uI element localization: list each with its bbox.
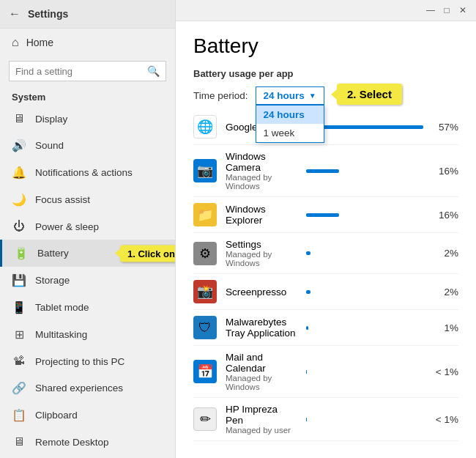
sidebar-title: Settings xyxy=(28,8,68,20)
sidebar-header: ← Settings xyxy=(0,0,175,29)
app-bar-wrap xyxy=(306,251,423,255)
app-sub: Managed by Windows xyxy=(226,250,297,267)
multitasking-icon: ⊞ xyxy=(12,328,26,341)
dropdown-trigger[interactable]: 24 hours ▼ xyxy=(256,86,324,105)
app-name: Windows Camera xyxy=(226,151,297,173)
sound-icon: 🔊 xyxy=(12,138,26,152)
dropdown-option-1week[interactable]: 1 week xyxy=(256,124,324,142)
page-title: Battery xyxy=(176,21,476,65)
app-row: 📸Screenpresso2% xyxy=(193,274,458,310)
power-icon: ⏻ xyxy=(12,220,26,233)
app-percentage: < 1% xyxy=(432,366,458,377)
focus-icon: 🌙 xyxy=(12,193,26,207)
back-button[interactable]: ← xyxy=(9,7,21,21)
app-row: 📁Windows Explorer16% xyxy=(193,197,458,233)
sidebar-item-label-shared: Shared experiences xyxy=(35,383,123,394)
app-percentage: 16% xyxy=(432,210,458,221)
app-percentage: < 1% xyxy=(432,414,458,425)
home-icon: ⌂ xyxy=(12,36,19,49)
app-icon-mail: 📅 xyxy=(193,360,217,383)
app-info: HP Impreza PenManaged by user xyxy=(226,404,297,435)
sidebar-item-battery[interactable]: 🔋Battery1. Click on xyxy=(0,240,175,267)
sidebar-item-label-display: Display xyxy=(35,114,67,125)
projecting-icon: 📽 xyxy=(12,355,26,368)
sidebar-item-label-projecting: Projecting to this PC xyxy=(35,356,124,367)
app-list: 🌐Google Chrome57%📷Windows CameraManaged … xyxy=(176,109,476,458)
app-bar-wrap xyxy=(306,418,423,421)
app-usage-bar xyxy=(306,213,339,217)
remote-icon: 🖥 xyxy=(12,435,26,448)
minimize-button[interactable]: — xyxy=(423,3,438,18)
maximize-button[interactable]: □ xyxy=(439,3,454,18)
app-percentage: 2% xyxy=(432,248,458,259)
app-info: SettingsManaged by Windows xyxy=(226,239,297,267)
app-icon-hp: ✏ xyxy=(193,407,217,431)
dropdown-option-24h[interactable]: 24 hours xyxy=(256,106,324,124)
app-bar-wrap xyxy=(306,169,423,173)
notifications-icon: 🔔 xyxy=(12,166,26,180)
app-icon-explorer: 📁 xyxy=(193,203,217,226)
app-bar-wrap xyxy=(306,370,423,374)
app-name: Settings xyxy=(226,239,297,250)
app-sub: Managed by Windows xyxy=(226,173,297,191)
sidebar-item-home[interactable]: ⌂ Home xyxy=(0,29,175,56)
app-icon-screenpresso: 📸 xyxy=(193,280,217,303)
app-sub: Managed by Windows xyxy=(226,374,297,391)
sidebar-item-label-multitasking: Multitasking xyxy=(35,329,87,340)
app-bar-wrap xyxy=(306,213,423,217)
dropdown-menu: 24 hours 1 week xyxy=(256,105,324,143)
app-row: ✏HP Impreza PenManaged by user< 1% xyxy=(193,398,458,441)
app-sub: Managed by user xyxy=(226,426,297,435)
sidebar-item-multitasking[interactable]: ⊞Multitasking xyxy=(0,321,175,348)
sidebar-item-power[interactable]: ⏻Power & sleep xyxy=(0,213,175,240)
app-name: HP Impreza Pen xyxy=(226,404,297,426)
system-section-label: System xyxy=(0,86,175,106)
app-icon-chrome: 🌐 xyxy=(193,115,217,138)
sidebar-item-label-sound: Sound xyxy=(35,140,64,151)
time-period-row: Time period: 24 hours ▼ 24 hours 1 week … xyxy=(176,86,476,109)
app-name: Windows Explorer xyxy=(226,204,297,226)
main-content: — □ ✕ Battery Battery usage per app Time… xyxy=(176,0,476,458)
app-icon-malware: 🛡 xyxy=(193,316,217,339)
sidebar-item-label-battery: Battery xyxy=(37,248,69,259)
sidebar-item-label-focus: Focus assist xyxy=(35,194,90,205)
app-percentage: 1% xyxy=(432,322,458,333)
sidebar-item-display[interactable]: 🖥Display xyxy=(0,106,175,132)
app-usage-bar xyxy=(306,370,307,374)
storage-icon: 💾 xyxy=(12,273,26,287)
sidebar-item-remote[interactable]: 🖥Remote Desktop xyxy=(0,429,175,455)
app-usage-bar xyxy=(306,251,310,255)
close-button[interactable]: ✕ xyxy=(455,3,470,18)
sidebar-item-sound[interactable]: 🔊Sound xyxy=(0,132,175,159)
time-period-label: Time period: xyxy=(193,90,248,101)
click-callout: 1. Click on xyxy=(120,245,175,262)
section-heading: Battery usage per app xyxy=(176,65,476,86)
app-bar-wrap xyxy=(306,290,423,294)
search-input[interactable] xyxy=(15,66,147,77)
sidebar-item-focus[interactable]: 🌙Focus assist xyxy=(0,186,175,213)
app-icon-settings: ⚙ xyxy=(193,242,217,265)
app-info: Windows CameraManaged by Windows xyxy=(226,151,297,191)
app-row: ⚙SettingsManaged by Windows2% xyxy=(193,233,458,274)
sidebar-item-label-tablet: Tablet mode xyxy=(35,302,89,313)
sidebar-item-storage[interactable]: 💾Storage xyxy=(0,267,175,294)
app-info: Mail and CalendarManaged by Windows xyxy=(226,352,297,391)
app-usage-bar xyxy=(306,418,307,421)
time-period-dropdown[interactable]: 24 hours ▼ 24 hours 1 week xyxy=(256,86,324,105)
app-usage-bar xyxy=(306,290,310,294)
app-row: 📅Mail and CalendarManaged by Windows< 1% xyxy=(193,346,458,398)
app-percentage: 2% xyxy=(432,287,458,298)
app-usage-bar xyxy=(306,326,308,330)
title-bar: — □ ✕ xyxy=(176,0,476,21)
display-icon: 🖥 xyxy=(12,112,26,125)
sidebar-item-tablet[interactable]: 📱Tablet mode xyxy=(0,294,175,321)
app-info: Windows Explorer xyxy=(226,204,297,226)
search-box[interactable]: 🔍 xyxy=(9,61,166,81)
tablet-icon: 📱 xyxy=(12,300,26,314)
select-callout: 2. Select xyxy=(337,84,402,105)
sidebar-item-projecting[interactable]: 📽Projecting to this PC xyxy=(0,348,175,374)
sidebar-item-clipboard[interactable]: 📋Clipboard xyxy=(0,402,175,429)
app-usage-bar xyxy=(306,169,339,173)
sidebar-item-shared[interactable]: 🔗Shared experiences xyxy=(0,374,175,402)
sidebar-item-notifications[interactable]: 🔔Notifications & actions xyxy=(0,159,175,186)
